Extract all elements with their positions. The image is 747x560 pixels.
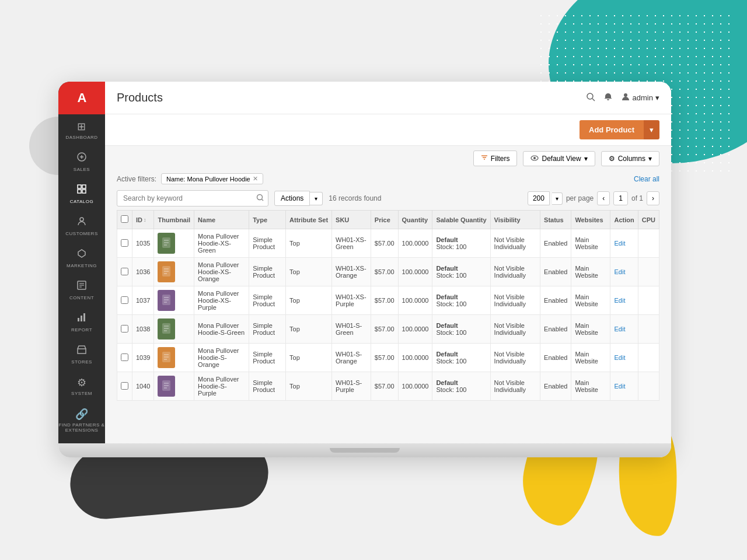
row-sku: WH01-XS-Purple — [332, 286, 371, 315]
row-thumbnail — [154, 315, 194, 344]
sidebar-item-stores[interactable]: STORES — [58, 338, 105, 370]
th-name[interactable]: Name — [194, 211, 249, 229]
sidebar-item-sales[interactable]: SALES — [58, 146, 105, 178]
sidebar-item-catalog[interactable]: CATALOG — [58, 178, 105, 210]
th-cpu: CPU — [638, 211, 659, 229]
row-id: 1040 — [132, 372, 154, 401]
svg-rect-2 — [82, 185, 86, 188]
filter-bar: Filters Default View ▾ ⚙ Columns ▾ — [105, 146, 671, 171]
product-table-wrapper: ID ↕ Thumbnail Name Type Attribute Set S… — [105, 210, 671, 443]
page-prev-button[interactable]: ‹ — [597, 191, 610, 205]
edit-link[interactable]: Edit — [614, 383, 625, 390]
row-checkbox-cell — [117, 286, 132, 315]
header-actions: admin ▾ — [586, 92, 659, 104]
add-product-dropdown-button[interactable]: ▾ — [644, 120, 659, 139]
row-attr-set: Top — [286, 315, 332, 344]
page-title: Products — [117, 91, 163, 104]
sidebar-item-dashboard[interactable]: ⊞ DASHBOARD — [58, 114, 105, 146]
row-id: 1035 — [132, 229, 154, 258]
filters-label: Filters — [491, 155, 510, 163]
edit-link[interactable]: Edit — [614, 354, 625, 361]
row-checkbox[interactable] — [121, 382, 128, 390]
row-attr-set: Top — [286, 286, 332, 315]
row-sku: WH01-S-Purple — [332, 372, 371, 401]
actions-arrow-button[interactable]: ▾ — [310, 192, 323, 205]
columns-gear-icon: ⚙ — [609, 155, 615, 163]
notification-bell-icon[interactable] — [603, 92, 613, 104]
per-page-dropdown-button[interactable]: ▾ — [552, 192, 563, 205]
row-action: Edit — [610, 344, 638, 372]
sidebar-label-customers: CUSTOMERS — [65, 231, 97, 236]
row-action: Edit — [610, 229, 638, 258]
columns-dropdown-icon: ▾ — [648, 155, 652, 163]
active-filter-tag[interactable]: Name: Mona Pullover Hoodie ✕ — [161, 173, 263, 184]
row-id: 1039 — [132, 344, 154, 372]
th-price[interactable]: Price — [371, 211, 398, 229]
row-websites: Main Website — [571, 229, 610, 258]
search-submit-icon[interactable] — [256, 194, 264, 203]
row-price: $57.00 — [371, 229, 398, 258]
edit-link[interactable]: Edit — [614, 326, 625, 332]
edit-link[interactable]: Edit — [614, 240, 625, 247]
row-cpu — [638, 258, 659, 286]
per-page-select: 200 ▾ — [528, 191, 563, 205]
row-quantity: 100.0000 — [398, 315, 432, 344]
th-quantity[interactable]: Quantity — [398, 211, 432, 229]
th-visibility[interactable]: Visibility — [490, 211, 540, 229]
row-cpu — [638, 286, 659, 315]
sidebar-item-system[interactable]: ⚙ SYSTEM — [58, 370, 105, 402]
sidebar-item-marketing[interactable]: MARKETING — [58, 242, 105, 274]
add-product-button[interactable]: Add Product — [580, 120, 644, 139]
row-name: Mona Pullover Hoodie-S-Orange — [194, 344, 249, 372]
edit-link[interactable]: Edit — [614, 268, 625, 275]
th-type[interactable]: Type — [249, 211, 286, 229]
row-thumbnail — [154, 229, 194, 258]
edit-link[interactable]: Edit — [614, 297, 625, 304]
sidebar-item-content[interactable]: CONTENT — [58, 274, 105, 306]
view-button[interactable]: Default View ▾ — [523, 151, 595, 166]
user-menu[interactable]: admin ▾ — [621, 92, 659, 103]
row-status: Enabled — [540, 229, 571, 258]
table-row: 1039 Mona Pullover Hoodie-S-Orange Simpl… — [117, 344, 659, 372]
th-id[interactable]: ID ↕ — [132, 211, 154, 229]
row-checkbox[interactable] — [121, 296, 128, 304]
clear-all-button[interactable]: Clear all — [634, 175, 659, 183]
search-icon[interactable] — [586, 92, 595, 104]
row-checkbox[interactable] — [121, 354, 128, 361]
th-status[interactable]: Status — [540, 211, 571, 229]
sidebar-item-customers[interactable]: CUSTOMERS — [58, 210, 105, 242]
actions-button[interactable]: Actions — [274, 191, 310, 206]
row-price: $57.00 — [371, 315, 398, 344]
th-attribute-set[interactable]: Attribute Set — [286, 211, 332, 229]
row-websites: Main Website — [571, 372, 610, 401]
filters-button[interactable]: Filters — [473, 150, 518, 166]
search-input[interactable] — [117, 190, 268, 206]
close-filter-icon[interactable]: ✕ — [253, 175, 258, 183]
select-all-checkbox[interactable] — [121, 215, 128, 223]
th-salable-qty[interactable]: Salable Quantity — [432, 211, 490, 229]
row-checkbox[interactable] — [121, 239, 128, 247]
row-visibility: Not Visible Individually — [490, 286, 540, 315]
row-checkbox[interactable] — [121, 325, 128, 332]
columns-button[interactable]: ⚙ Columns ▾ — [601, 151, 659, 166]
sidebar-item-partners[interactable]: 🔗 FIND PARTNERS & EXTENSIONS — [58, 402, 105, 439]
th-websites[interactable]: Websites — [571, 211, 610, 229]
row-checkbox-cell — [117, 229, 132, 258]
svg-rect-3 — [78, 190, 81, 193]
row-checkbox[interactable] — [121, 268, 128, 275]
row-id: 1037 — [132, 286, 154, 315]
th-sku[interactable]: SKU — [332, 211, 371, 229]
row-cpu — [638, 229, 659, 258]
row-visibility: Not Visible Individually — [490, 372, 540, 401]
row-price: $57.00 — [371, 344, 398, 372]
page-next-button[interactable]: › — [647, 191, 659, 205]
system-icon: ⚙ — [77, 376, 87, 389]
records-count: 16 records found — [329, 194, 381, 202]
customers-icon — [76, 216, 87, 229]
sidebar-label-reports: REPORT — [71, 327, 92, 332]
sidebar-item-reports[interactable]: REPORT — [58, 306, 105, 338]
th-select-all[interactable] — [117, 211, 132, 229]
table-row: 1038 Mona Pullover Hoodie-S-Green Simple… — [117, 315, 659, 344]
row-status: Enabled — [540, 258, 571, 286]
row-quantity: 100.0000 — [398, 229, 432, 258]
